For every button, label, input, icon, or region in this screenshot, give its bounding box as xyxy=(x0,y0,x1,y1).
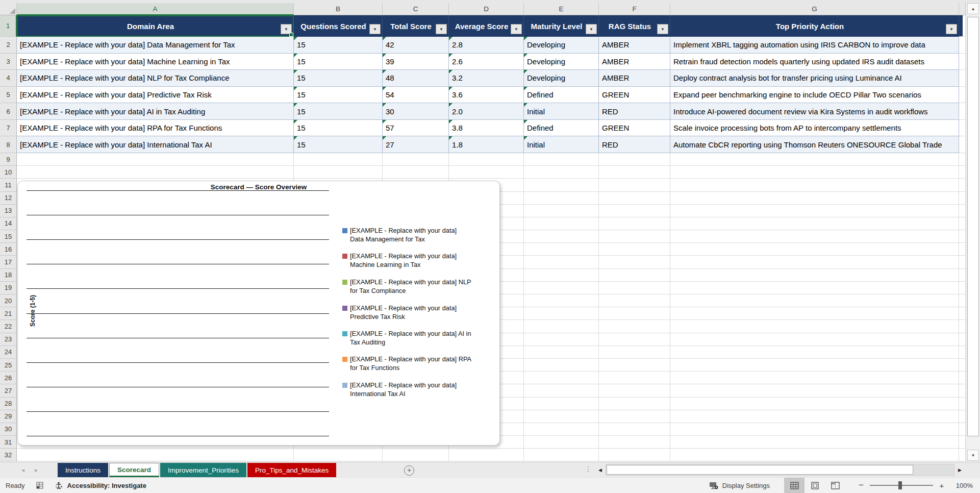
cell-b5[interactable]: 15 xyxy=(294,87,383,104)
cell-b3[interactable]: 15 xyxy=(294,54,383,70)
cell-sliver-30[interactable] xyxy=(959,423,966,436)
cell-d2[interactable]: 2.8 xyxy=(449,37,524,54)
row-header-30[interactable]: 30 xyxy=(0,423,17,436)
accessibility-checker-button[interactable]: Accessibility: Investigate xyxy=(55,481,146,489)
cell-g15[interactable] xyxy=(670,230,959,243)
table-header-cell-g1[interactable]: Top Priority Action▼ xyxy=(670,15,959,37)
row-header-6[interactable]: 6 xyxy=(0,103,17,120)
cell-sliver-24[interactable] xyxy=(959,346,966,359)
cell-g16[interactable] xyxy=(670,243,959,256)
cell-g21[interactable] xyxy=(670,307,959,320)
cell-e11[interactable] xyxy=(524,179,599,191)
row-header-4[interactable]: 4 xyxy=(0,70,17,87)
table-header-cell-f1[interactable]: RAG Status▼ xyxy=(599,15,670,37)
zoom-in-button[interactable]: + xyxy=(937,481,946,490)
legend-item[interactable]: [EXAMPLE - Replace with your data] Inter… xyxy=(342,381,471,398)
cell-e5[interactable]: Defined xyxy=(524,87,599,104)
row-header-32[interactable]: 32 xyxy=(0,449,17,461)
cell-sliver-8[interactable] xyxy=(959,136,966,153)
cell-sliver-6[interactable] xyxy=(959,103,966,120)
row-header-2[interactable]: 2 xyxy=(0,37,17,54)
row-header-27[interactable]: 27 xyxy=(0,384,17,397)
cell-e32[interactable] xyxy=(524,449,599,461)
scroll-left-button[interactable]: ◀ xyxy=(595,464,606,476)
cell-a4[interactable]: [EXAMPLE - Replace with your data] NLP f… xyxy=(17,70,294,87)
cell-c3[interactable]: 39 xyxy=(383,54,449,70)
cell-g9[interactable] xyxy=(670,153,959,166)
cell-sliver-3[interactable] xyxy=(959,54,966,70)
cell-e18[interactable] xyxy=(524,269,599,282)
cell-sliver-15[interactable] xyxy=(959,230,966,243)
filter-button-questions-scored[interactable]: ▼ xyxy=(369,24,381,34)
tab-scorecard[interactable]: Scorecard xyxy=(109,463,159,477)
cell-c9[interactable] xyxy=(383,153,449,166)
cell-d10[interactable] xyxy=(449,166,524,179)
row-header-28[interactable]: 28 xyxy=(0,398,17,410)
row-header-31[interactable]: 31 xyxy=(0,436,17,449)
cell-e17[interactable] xyxy=(524,256,599,268)
cell-e31[interactable] xyxy=(524,436,599,449)
cell-f12[interactable] xyxy=(599,192,670,205)
cell-g5[interactable]: Expand peer benchmarking engine to inclu… xyxy=(670,87,959,104)
cell-g29[interactable] xyxy=(670,410,959,423)
scroll-right-button[interactable]: ▶ xyxy=(954,464,965,476)
cell-c10[interactable] xyxy=(383,166,449,179)
row-header-20[interactable]: 20 xyxy=(0,294,17,307)
cell-sliver-7[interactable] xyxy=(959,120,966,137)
cell-g7[interactable]: Scale invoice processing bots from AP to… xyxy=(670,120,959,137)
row-header-9[interactable]: 9 xyxy=(0,153,17,166)
cell-d8[interactable]: 1.8 xyxy=(449,136,524,153)
cell-f10[interactable] xyxy=(599,166,670,179)
cell-sliver-20[interactable] xyxy=(959,294,966,307)
cell-f7[interactable]: GREEN xyxy=(599,120,670,137)
cell-sliver-32[interactable] xyxy=(959,449,966,461)
cell-g10[interactable] xyxy=(670,166,959,179)
cell-f19[interactable] xyxy=(599,282,670,294)
row-header-19[interactable]: 19 xyxy=(0,282,17,294)
cell-b2[interactable]: 15 xyxy=(294,37,383,54)
column-header-a[interactable]: A xyxy=(17,3,294,15)
filter-button-total-score[interactable]: ▼ xyxy=(436,24,447,34)
row-header-24[interactable]: 24 xyxy=(0,346,17,359)
row-header-29[interactable]: 29 xyxy=(0,410,17,423)
cell-g28[interactable] xyxy=(670,398,959,410)
cell-b9[interactable] xyxy=(294,153,383,166)
cell-e23[interactable] xyxy=(524,333,599,346)
cell-f23[interactable] xyxy=(599,333,670,346)
horizontal-scrollbar-thumb[interactable] xyxy=(607,465,913,475)
cell-f25[interactable] xyxy=(599,359,670,372)
row-header-1[interactable]: 1 xyxy=(0,15,17,37)
cell-b7[interactable]: 15 xyxy=(294,120,383,137)
select-all-button[interactable] xyxy=(0,3,17,15)
cell-e19[interactable] xyxy=(524,282,599,294)
zoom-out-button[interactable]: − xyxy=(857,480,866,490)
cell-f30[interactable] xyxy=(599,423,670,436)
cell-e21[interactable] xyxy=(524,307,599,320)
cell-e3[interactable]: Developing xyxy=(524,54,599,70)
row-header-21[interactable]: 21 xyxy=(0,307,17,320)
cell-e7[interactable]: Defined xyxy=(524,120,599,137)
cell-g23[interactable] xyxy=(670,333,959,346)
selection-fill-handle[interactable] xyxy=(289,33,293,37)
cell-sliver-19[interactable] xyxy=(959,282,966,294)
row-header-13[interactable]: 13 xyxy=(0,205,17,217)
cell-g6[interactable]: Introduce AI-powered document review via… xyxy=(670,103,959,120)
cell-sliver-27[interactable] xyxy=(959,384,966,397)
cell-g32[interactable] xyxy=(670,449,959,461)
cell-sliver-31[interactable] xyxy=(959,436,966,449)
cell-e28[interactable] xyxy=(524,398,599,410)
cell-g20[interactable] xyxy=(670,294,959,307)
cell-g19[interactable] xyxy=(670,282,959,294)
cell-sliver-2[interactable] xyxy=(959,37,966,54)
cell-g18[interactable] xyxy=(670,269,959,282)
cell-e10[interactable] xyxy=(524,166,599,179)
cell-f32[interactable] xyxy=(599,449,670,461)
cell-f4[interactable]: AMBER xyxy=(599,70,670,87)
cell-sliver-9[interactable] xyxy=(959,153,966,166)
cell-e12[interactable] xyxy=(524,192,599,205)
cell-f9[interactable] xyxy=(599,153,670,166)
filter-button-rag-status[interactable]: ▼ xyxy=(657,24,668,34)
cell-sliver-16[interactable] xyxy=(959,243,966,256)
cell-g11[interactable] xyxy=(670,179,959,191)
cell-d9[interactable] xyxy=(449,153,524,166)
